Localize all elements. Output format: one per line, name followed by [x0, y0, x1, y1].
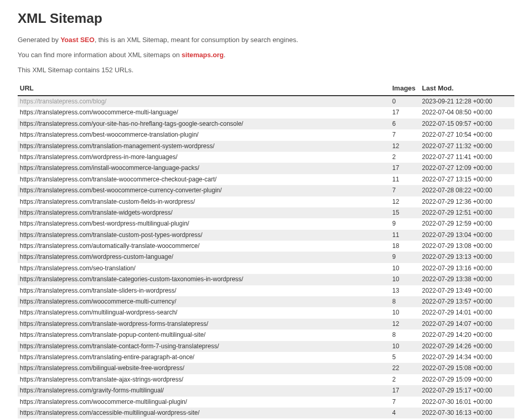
cell-images: 7	[390, 397, 420, 408]
sitemap-url-link[interactable]: https://translatepress.com/translate-cat…	[20, 275, 243, 283]
cell-lastmod: 2022-07-29 14:07 +00:00	[420, 319, 514, 330]
cell-url: https://translatepress.com/translate-cus…	[18, 230, 390, 241]
cell-images: 7	[390, 129, 420, 140]
header-images: Images	[390, 81, 420, 96]
table-row: https://translatepress.com/translate-cus…	[18, 230, 514, 241]
table-row: https://translatepress.com/wordpress-cus…	[18, 252, 514, 262]
sitemap-url-link[interactable]: https://translatepress.com/translating-e…	[20, 353, 194, 361]
cell-images: 17	[390, 385, 420, 396]
sitemap-url-link[interactable]: https://translatepress.com/translate-con…	[20, 343, 219, 350]
sitemap-url-link[interactable]: https://translatepress.com/best-woocomme…	[20, 131, 198, 138]
cell-url: https://translatepress.com/automatically…	[18, 241, 390, 252]
cell-lastmod: 2022-07-29 14:26 +00:00	[420, 341, 514, 352]
table-row: https://translatepress.com/translate-wor…	[18, 319, 514, 330]
sitemap-url-link[interactable]: https://translatepress.com/translate-cus…	[20, 198, 195, 205]
table-row: https://translatepress.com/wordpress-in-…	[18, 152, 514, 163]
cell-url: https://translatepress.com/blog/	[18, 96, 390, 107]
sitemap-url-link[interactable]: https://translatepress.com/translation-m…	[20, 142, 215, 150]
cell-lastmod: 2022-07-28 08:22 +00:00	[420, 185, 514, 196]
cell-lastmod: 2022-07-29 15:09 +00:00	[420, 374, 514, 385]
cell-images: 12	[390, 141, 420, 152]
cell-lastmod: 2022-07-29 12:36 +00:00	[420, 196, 514, 207]
cell-lastmod: 2022-07-04 08:50 +00:00	[420, 107, 514, 118]
sitemap-url-link[interactable]: https://translatepress.com/translate-sli…	[20, 287, 176, 294]
sitemap-url-link[interactable]: https://translatepress.com/translate-aja…	[20, 376, 183, 383]
cell-url: https://translatepress.com/accessible-mu…	[18, 408, 390, 418]
cell-lastmod: 2022-07-15 09:57 +00:00	[420, 119, 514, 129]
cell-url: https://translatepress.com/your-site-has…	[18, 119, 390, 129]
cell-lastmod: 2022-07-29 13:13 +00:00	[420, 252, 514, 262]
sitemap-url-link[interactable]: https://translatepress.com/your-site-has…	[20, 120, 243, 127]
cell-lastmod: 2022-07-29 13:08 +00:00	[420, 241, 514, 252]
sitemap-url-link[interactable]: https://translatepress.com/automatically…	[20, 242, 200, 250]
cell-url: https://translatepress.com/gravity-forms…	[18, 385, 390, 396]
table-row: https://translatepress.com/bilingual-web…	[18, 363, 514, 374]
table-row: https://translatepress.com/translate-woo…	[18, 174, 514, 185]
sitemap-url-link[interactable]: https://translatepress.com/translate-woo…	[20, 176, 217, 183]
table-row: https://translatepress.com/translating-e…	[18, 352, 514, 363]
sitemap-url-link[interactable]: https://translatepress.com/seo-translati…	[20, 265, 136, 272]
sitemap-url-link[interactable]: https://translatepress.com/best-wordpres…	[20, 220, 189, 227]
sitemap-url-link[interactable]: https://translatepress.com/accessible-mu…	[20, 409, 200, 416]
sitemap-url-link[interactable]: https://translatepress.com/wordpress-in-…	[20, 153, 177, 161]
table-row: https://translatepress.com/translate-cus…	[18, 196, 514, 207]
sitemap-url-link[interactable]: https://translatepress.com/translate-cus…	[20, 231, 202, 239]
table-row: https://translatepress.com/translation-m…	[18, 141, 514, 152]
yoast-seo-link[interactable]: Yoast SEO	[60, 36, 95, 44]
sitemap-url-link[interactable]: https://translatepress.com/wordpress-cus…	[20, 253, 173, 260]
page-title: XML Sitemap	[18, 10, 514, 27]
sitemap-url-link[interactable]: https://translatepress.com/translate-wid…	[20, 209, 172, 216]
cell-images: 18	[390, 241, 420, 252]
cell-images: 10	[390, 341, 420, 352]
cell-lastmod: 2022-07-27 13:15 +00:00	[420, 174, 514, 185]
cell-url: https://translatepress.com/translate-woo…	[18, 174, 390, 185]
sitemap-url-link[interactable]: https://translatepress.com/translate-pop…	[20, 331, 206, 338]
cell-url: https://translatepress.com/wordpress-cus…	[18, 252, 390, 262]
sitemap-url-link[interactable]: https://translatepress.com/bilingual-web…	[20, 364, 184, 372]
cell-url: https://translatepress.com/translate-wor…	[18, 319, 390, 330]
table-row: https://translatepress.com/translate-wid…	[18, 207, 514, 218]
table-row: https://translatepress.com/accessible-mu…	[18, 408, 514, 418]
cell-images: 11	[390, 230, 420, 241]
cell-url: https://translatepress.com/install-wooco…	[18, 163, 390, 174]
table-row: https://translatepress.com/translate-aja…	[18, 374, 514, 385]
sitemap-url-link[interactable]: https://translatepress.com/translate-wor…	[20, 320, 208, 327]
header-lastmod: Last Mod.	[420, 81, 514, 96]
sitemaps-org-link[interactable]: sitemaps.org	[182, 51, 224, 59]
generated-by-line: Generated by Yoast SEO, this is an XML S…	[18, 36, 514, 44]
table-row: https://translatepress.com/woocommerce-m…	[18, 397, 514, 408]
cell-images: 8	[390, 296, 420, 307]
cell-lastmod: 2022-07-29 14:01 +00:00	[420, 307, 514, 318]
cell-images: 17	[390, 107, 420, 118]
sitemap-url-link[interactable]: https://translatepress.com/woocommerce-m…	[20, 298, 176, 305]
table-row: https://translatepress.com/your-site-has…	[18, 119, 514, 129]
cell-images: 12	[390, 319, 420, 330]
cell-lastmod: 2022-07-29 13:49 +00:00	[420, 285, 514, 296]
sitemap-url-link[interactable]: https://translatepress.com/gravity-forms…	[20, 387, 164, 394]
sitemap-url-link[interactable]: https://translatepress.com/multilingual-…	[20, 309, 177, 316]
more-info-line: You can find more information about XML …	[18, 51, 514, 59]
table-row: https://translatepress.com/seo-translati…	[18, 263, 514, 274]
sitemap-url-link[interactable]: https://translatepress.com/blog/	[20, 98, 107, 105]
table-row: https://translatepress.com/woocommerce-m…	[18, 296, 514, 307]
table-row: https://translatepress.com/translate-sli…	[18, 285, 514, 296]
table-row: https://translatepress.com/translate-cat…	[18, 274, 514, 285]
cell-lastmod: 2023-09-21 12:28 +00:00	[420, 96, 514, 107]
sitemap-url-link[interactable]: https://translatepress.com/woocommerce-m…	[20, 398, 187, 405]
cell-lastmod: 2022-07-27 12:09 +00:00	[420, 163, 514, 174]
cell-images: 2	[390, 374, 420, 385]
sitemap-url-link[interactable]: https://translatepress.com/woocommerce-m…	[20, 109, 178, 116]
cell-images: 10	[390, 307, 420, 318]
cell-url: https://translatepress.com/translate-aja…	[18, 374, 390, 385]
sitemap-url-link[interactable]: https://translatepress.com/best-woocomme…	[20, 187, 222, 194]
sitemap-url-link[interactable]: https://translatepress.com/install-wooco…	[20, 164, 199, 172]
more-info-prefix: You can find more information about XML …	[18, 51, 182, 59]
table-row: https://translatepress.com/best-woocomme…	[18, 185, 514, 196]
cell-images: 13	[390, 285, 420, 296]
table-row: https://translatepress.com/best-wordpres…	[18, 218, 514, 229]
cell-url: https://translatepress.com/best-woocomme…	[18, 185, 390, 196]
cell-images: 22	[390, 363, 420, 374]
cell-lastmod: 2022-07-29 15:08 +00:00	[420, 363, 514, 374]
cell-url: https://translatepress.com/translate-con…	[18, 341, 390, 352]
cell-lastmod: 2022-07-27 11:32 +00:00	[420, 141, 514, 152]
